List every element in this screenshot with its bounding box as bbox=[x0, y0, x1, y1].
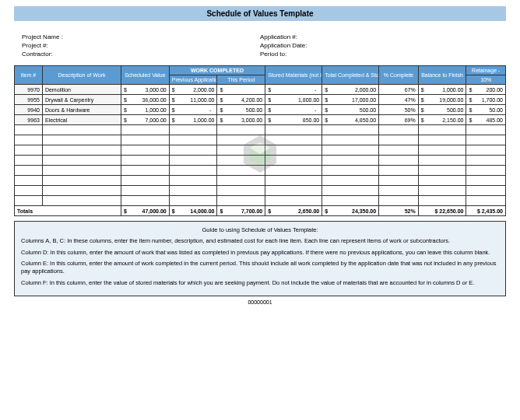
th-ret-top: Retainage - bbox=[466, 66, 506, 75]
meta-section: Project Name : Project #: Contractor: Ap… bbox=[14, 30, 506, 65]
th-pct: % Complete bbox=[379, 66, 419, 85]
page-title: Schedule of Values Template bbox=[14, 6, 506, 21]
th-sched: Scheduled Value bbox=[121, 66, 169, 85]
th-bal: Balance to Finish bbox=[418, 66, 466, 85]
period-to-label: Period to: bbox=[260, 51, 498, 58]
table-row-empty bbox=[15, 176, 506, 186]
th-prev: Previous Application bbox=[169, 75, 217, 85]
table-row-empty bbox=[15, 135, 506, 145]
th-total: Total Completed & Stored to Date bbox=[322, 66, 379, 85]
app-num-label: Application #: bbox=[260, 33, 498, 40]
contractor-label: Contractor: bbox=[22, 51, 260, 58]
guide-p1: Columns A, B, C: In these columns, enter… bbox=[21, 237, 499, 245]
table-row: 9940Doors & Hardware$1,000.00$ - $500.00… bbox=[15, 105, 506, 115]
th-item: Item # bbox=[15, 66, 43, 85]
table-row-empty bbox=[15, 166, 506, 176]
th-ret-pct: 10% bbox=[466, 75, 506, 85]
guide-box: Guide to using Schedule of Values Templa… bbox=[14, 221, 506, 296]
table-row-empty bbox=[15, 186, 506, 196]
table-row: 9955Drywall & Carpentry$36,000.00$11,000… bbox=[15, 95, 506, 105]
guide-p3: Column E: In this column, enter the amou… bbox=[21, 260, 499, 275]
values-table: Item # Description of Work Scheduled Val… bbox=[14, 65, 506, 216]
totals-row: Totals$47,000.00$14,000.00$7,700.00$2,65… bbox=[15, 206, 506, 216]
project-num-label: Project #: bbox=[22, 42, 260, 49]
th-stored: Stored Materials (not in D or E) bbox=[265, 66, 322, 85]
project-name-label: Project Name : bbox=[22, 33, 260, 40]
th-this: This Period bbox=[217, 75, 265, 85]
table-row: 9963Electrical$7,000.00$1,000.00$3,000.0… bbox=[15, 115, 506, 125]
table-row-empty bbox=[15, 156, 506, 166]
table-row-empty bbox=[15, 196, 506, 206]
guide-p4: Column F: In this column, enter the valu… bbox=[21, 279, 499, 287]
app-date-label: Application Date: bbox=[260, 42, 498, 49]
footer-page-num: 00000001 bbox=[14, 299, 506, 305]
th-desc: Description of Work bbox=[42, 66, 121, 85]
table-row-empty bbox=[15, 125, 506, 135]
guide-title: Guide to using Schedule of Values Templa… bbox=[21, 226, 499, 234]
th-work-completed: WORK COMPLETED bbox=[169, 66, 265, 75]
guide-p2: Column D: In this column, enter the amou… bbox=[21, 249, 499, 257]
table-row: 9970Demolition$3,000.00$2,000.00$$ - $2,… bbox=[15, 85, 506, 95]
table-row-empty bbox=[15, 145, 506, 156]
